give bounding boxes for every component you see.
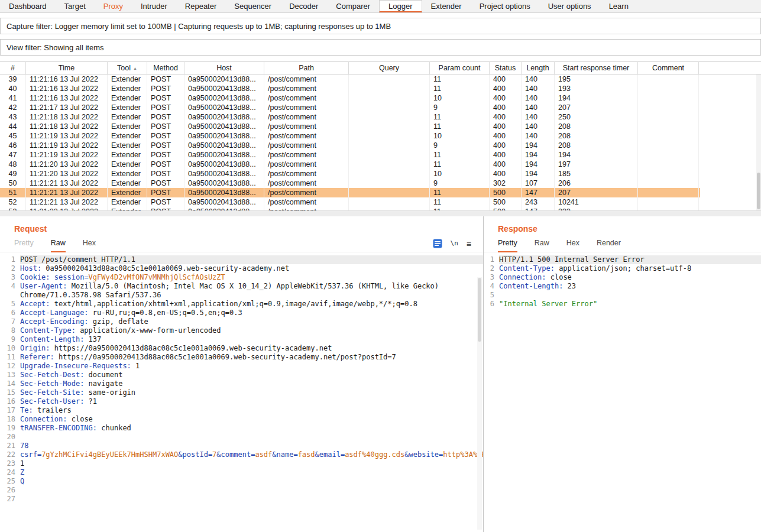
editor-line[interactable]: 4User-Agent: Mozilla/5.0 (Macintosh; Int… <box>0 282 483 300</box>
top-tab-proxy[interactable]: Proxy <box>95 0 132 12</box>
editor-line[interactable]: 2178 <box>0 442 483 450</box>
column-header-length[interactable]: Length <box>522 62 555 74</box>
table-row[interactable]: 3911:21:16 13 Jul 2022ExtenderPOST0a9500… <box>0 74 700 84</box>
editor-line[interactable]: 231 <box>0 459 483 468</box>
table-row[interactable]: 4911:21:20 13 Jul 2022ExtenderPOST0a9500… <box>0 169 700 179</box>
editor-line[interactable]: 3Cookie: session=VgFWy4D2vMfON7vMNMhjQlS… <box>0 273 483 282</box>
top-tab-repeater[interactable]: Repeater <box>176 0 225 12</box>
top-tab-logger[interactable]: Logger <box>379 0 422 12</box>
editor-line[interactable]: 10Origin: https://0a9500020413d88ac08c5c… <box>0 344 483 353</box>
top-tab-learn[interactable]: Learn <box>600 0 637 12</box>
view-filter-bar[interactable]: View filter: Showing all items <box>0 39 761 56</box>
editor-line[interactable]: 8Content-Type: application/x-www-form-ur… <box>0 326 483 335</box>
editor-line[interactable]: 2Content-Type: application/json; charset… <box>484 264 761 273</box>
column-header-param-count[interactable]: Param count <box>430 62 490 74</box>
editor-line[interactable]: 12Upgrade-Insecure-Requests: 1 <box>0 362 483 371</box>
editor-line[interactable]: 4Content-Length: 23 <box>484 282 761 291</box>
table-row[interactable]: 5311:21:22 13 Jul 2022ExtenderPOST0a9500… <box>0 207 700 210</box>
top-tab-target[interactable]: Target <box>56 0 95 12</box>
editor-line[interactable]: 26 <box>0 486 483 495</box>
editor-line[interactable]: 11Referer: https://0a9500020413d88ac08c5… <box>0 353 483 362</box>
column-header-query[interactable]: Query <box>349 62 430 74</box>
request-tab-raw[interactable]: Raw <box>51 239 66 252</box>
table-row[interactable]: 5211:21:21 13 Jul 2022ExtenderPOST0a9500… <box>0 197 700 207</box>
column-header-path[interactable]: Path <box>264 62 349 74</box>
editor-line[interactable]: 9Content-Length: 137 <box>0 335 483 344</box>
editor-menu-icon[interactable]: ≡ <box>467 240 471 248</box>
table-row[interactable]: 4011:21:16 13 Jul 2022ExtenderPOST0a9500… <box>0 84 700 93</box>
editor-line[interactable]: 27 <box>0 495 483 504</box>
top-tab-dashboard[interactable]: Dashboard <box>0 0 56 12</box>
editor-line[interactable]: 16Sec-Fetch-User: ?1 <box>0 397 483 406</box>
editor-line[interactable]: 13Sec-Fetch-Dest: document <box>0 371 483 379</box>
column-header-start-response-timer[interactable]: Start response timer <box>555 62 638 74</box>
editor-line[interactable]: 25Q <box>0 477 483 486</box>
table-row[interactable]: 4711:21:19 13 Jul 2022ExtenderPOST0a9500… <box>0 150 700 160</box>
editor-line[interactable]: 1POST /post/comment HTTP/1.1 <box>0 255 483 264</box>
column-header-time[interactable]: Time <box>26 62 108 74</box>
response-tab-hex[interactable]: Hex <box>566 239 579 252</box>
table-row[interactable]: 5111:21:21 13 Jul 2022ExtenderPOST0a9500… <box>0 188 700 197</box>
editor-line[interactable]: 1HTTP/1.1 500 Internal Server Error <box>484 255 761 264</box>
request-tab-pretty[interactable]: Pretty <box>14 239 34 252</box>
editor-line[interactable]: 5Accept: text/html,application/xhtml+xml… <box>0 300 483 309</box>
editor-line[interactable]: 19tRANSFER-ENCODING: chunked <box>0 424 483 433</box>
response-tab-raw[interactable]: Raw <box>535 239 549 252</box>
capture-filter-bar[interactable]: Capture filter: Logger memory limit set … <box>0 18 761 34</box>
top-tab-decoder[interactable]: Decoder <box>280 0 327 12</box>
column-header-method[interactable]: Method <box>147 62 184 74</box>
top-tab-sequencer[interactable]: Sequencer <box>225 0 280 12</box>
line-number: 1 <box>484 255 494 264</box>
editor-line[interactable]: 20 <box>0 433 483 442</box>
table-cell: POST <box>147 122 184 131</box>
table-row[interactable]: 4111:21:16 13 Jul 2022ExtenderPOST0a9500… <box>0 93 700 103</box>
panel-splitter[interactable] <box>0 210 761 216</box>
request-editor[interactable]: 1POST /post/comment HTTP/1.12Host: 0a950… <box>0 252 483 532</box>
table-row[interactable]: 5011:21:21 13 Jul 2022ExtenderPOST0a9500… <box>0 179 700 188</box>
editor-line[interactable]: 24Z <box>0 468 483 477</box>
editor-line[interactable]: 14Sec-Fetch-Mode: navigate <box>0 379 483 388</box>
top-tab-user-options[interactable]: User options <box>539 0 600 12</box>
column-header-num[interactable]: # <box>0 62 26 74</box>
editor-line[interactable]: 6"Internal Server Error" <box>484 300 761 309</box>
editor-line[interactable]: 7Accept-Encoding: gzip, deflate <box>0 317 483 326</box>
response-tab-pretty[interactable]: Pretty <box>498 239 517 252</box>
table-row[interactable]: 4211:21:17 13 Jul 2022ExtenderPOST0a9500… <box>0 103 700 112</box>
editor-line[interactable]: 5 <box>484 291 761 300</box>
table-row[interactable]: 4311:21:18 13 Jul 2022ExtenderPOST0a9500… <box>0 112 700 122</box>
response-editor[interactable]: 1HTTP/1.1 500 Internal Server Error2Cont… <box>484 252 761 532</box>
table-row[interactable]: 4511:21:19 13 Jul 2022ExtenderPOST0a9500… <box>0 131 700 141</box>
column-header-status[interactable]: Status <box>490 62 522 74</box>
table-cell <box>638 122 699 131</box>
scrollbar-thumb[interactable] <box>757 173 760 209</box>
top-tab-intruder[interactable]: Intruder <box>132 0 176 12</box>
column-header-tool[interactable]: Tool▲ <box>108 62 147 74</box>
message-editors: Request PrettyRawHex \n ≡ 1POST /post/co… <box>0 216 761 532</box>
table-vertical-scrollbar[interactable] <box>756 74 761 210</box>
line-number: 8 <box>0 326 15 335</box>
line-text: Content-Length: 23 <box>499 282 761 291</box>
top-tab-extender[interactable]: Extender <box>422 0 471 12</box>
request-editor-scrollbar[interactable] <box>477 277 482 530</box>
table-row[interactable]: 4611:21:19 13 Jul 2022ExtenderPOST0a9500… <box>0 141 700 150</box>
prettify-icon[interactable] <box>433 239 442 248</box>
editor-line[interactable]: 15Sec-Fetch-Site: same-origin <box>0 388 483 397</box>
editor-line[interactable]: 22csrf=7gYzhMCiFvi4gBEyUEEk7HmHSHM7xWAO&… <box>0 450 483 459</box>
response-tab-render[interactable]: Render <box>597 239 621 252</box>
table-cell: 11:21:21 13 Jul 2022 <box>26 188 108 197</box>
request-tab-hex[interactable]: Hex <box>83 239 96 252</box>
editor-line[interactable]: 2Host: 0a9500020413d88ac08c5c1e001a0069.… <box>0 264 483 273</box>
top-tab-project-options[interactable]: Project options <box>471 0 539 12</box>
table-row[interactable]: 4811:21:20 13 Jul 2022ExtenderPOST0a9500… <box>0 160 700 169</box>
editor-line[interactable]: 18Connection: close <box>0 415 483 424</box>
table-cell <box>349 179 430 188</box>
editor-line[interactable]: 17Te: trailers <box>0 406 483 415</box>
table-row[interactable]: 4411:21:18 13 Jul 2022ExtenderPOST0a9500… <box>0 122 700 131</box>
nonprintable-toggle-icon[interactable]: \n <box>451 239 458 247</box>
column-header-comment[interactable]: Comment <box>638 62 699 74</box>
scrollbar-thumb[interactable] <box>478 278 481 342</box>
column-header-host[interactable]: Host <box>184 62 264 74</box>
editor-line[interactable]: 6Accept-Language: ru-RU,ru;q=0.8,en-US;q… <box>0 309 483 317</box>
editor-line[interactable]: 3Connection: close <box>484 273 761 282</box>
top-tab-comparer[interactable]: Comparer <box>327 0 379 12</box>
